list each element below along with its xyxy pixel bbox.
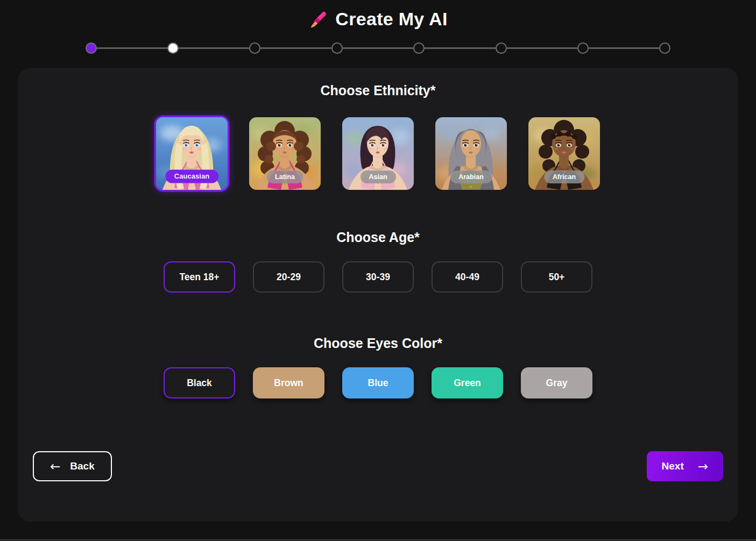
eyes-option-gray[interactable]: Gray [521,367,592,398]
ethnicity-options-row: Caucasian Latina Asian Arabian African [32,117,724,190]
age-option-20-29[interactable]: 20-29 [253,261,324,293]
stepper [86,42,671,54]
step-dot-6 [496,42,507,54]
eyes-option-brown[interactable]: Brown [253,367,324,398]
next-arrow-icon: → [698,460,708,473]
age-options-row: Teen 18+ 20-29 30-39 40-49 50+ [32,261,724,293]
step-dot-7 [577,42,589,54]
page-title: Create My AI [335,9,447,30]
app-header: Create My AI [0,0,756,30]
ethnicity-label-latina: Latina [266,170,303,183]
stepper-connector [425,47,495,49]
ethnicity-label-asian: Asian [360,170,395,183]
stepper-connector [507,47,577,49]
ethnicity-option-latina[interactable]: Latina [249,117,321,190]
age-heading: Choose Age* [32,230,724,245]
step-dot-2 [167,42,179,54]
back-arrow-icon: ← [50,460,60,473]
ethnicity-heading: Choose Ethnicity* [32,83,724,98]
step-dot-8 [659,42,670,54]
age-option-40-49[interactable]: 40-49 [432,261,503,293]
eyes-option-green[interactable]: Green [432,367,503,398]
ethnicity-label-caucasian: Caucasian [165,169,218,183]
wizard-card: Choose Ethnicity* Caucasian Latina Asian… [18,68,738,522]
ethnicity-option-african[interactable]: African [528,117,600,190]
stepper-connector [343,47,413,49]
eyes-option-black[interactable]: Black [164,367,235,398]
ethnicity-option-asian[interactable]: Asian [342,117,414,190]
back-button-label: Back [70,460,94,472]
eyes-heading: Choose Eyes Color* [32,336,724,351]
ethnicity-label-arabian: Arabian [450,170,492,183]
stepper-connector [179,47,249,49]
stepper-connector [589,47,659,49]
step-dot-1 [86,42,97,54]
step-dot-4 [331,42,343,54]
ethnicity-option-caucasian[interactable]: Caucasian [154,116,230,192]
wizard-footer: ← Back Next → [32,451,724,481]
next-button[interactable]: Next → [647,451,723,481]
step-dot-5 [413,42,425,54]
age-option-50-plus[interactable]: 50+ [521,261,592,293]
back-button[interactable]: ← Back [33,451,112,481]
ethnicity-option-arabian[interactable]: Arabian [435,117,507,190]
next-button-label: Next [662,460,684,472]
eyes-option-blue[interactable]: Blue [342,367,414,398]
bottom-divider [0,539,756,540]
paintbrush-icon [308,11,328,30]
age-option-teen-18-plus[interactable]: Teen 18+ [164,261,235,293]
eyes-options-row: Black Brown Blue Green Gray [32,367,724,398]
age-option-30-39[interactable]: 30-39 [342,261,414,293]
ethnicity-label-african: African [544,170,584,183]
step-dot-3 [249,42,260,54]
stepper-connector [260,47,331,49]
stepper-connector [97,47,167,49]
